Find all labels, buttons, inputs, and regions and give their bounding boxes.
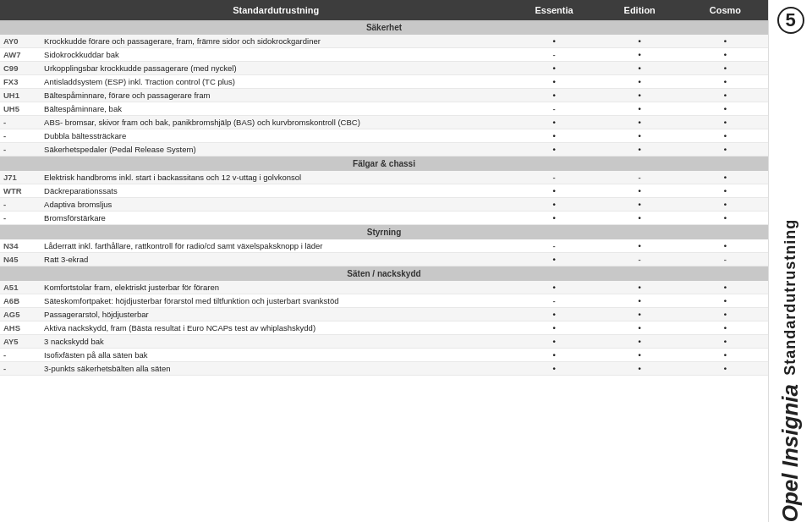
table-row: UH1Bältespåminnare, förare och passagera… [0, 89, 768, 102]
essentia-cell: • [511, 321, 596, 335]
cosmo-cell: • [683, 239, 768, 253]
main-content: Standardutrustning Essentia Edition Cosm… [0, 0, 768, 522]
header-edition: Edition [597, 0, 683, 20]
essentia-cell: - [511, 294, 596, 308]
edition-cell: • [597, 198, 683, 212]
table-row: -Adaptiva bromsljus••• [0, 198, 768, 212]
kod-cell: - [0, 362, 41, 376]
section-header: Säkerhet [0, 20, 768, 35]
table-row: AW7Sidokrockkuddar bak-•• [0, 48, 768, 62]
edition-cell: • [597, 102, 683, 116]
essentia-cell: • [511, 116, 596, 129]
cosmo-cell: • [683, 116, 768, 129]
cosmo-cell: • [683, 308, 768, 321]
sidebar-label: Standardutrustning [782, 47, 799, 376]
table-row: AY53 nackskydd bak••• [0, 335, 768, 349]
kod-cell: N34 [0, 239, 41, 253]
essentia-cell: - [511, 48, 596, 62]
sidebar: 5 Standardutrustning Opel Insignia [768, 0, 812, 522]
cosmo-cell: • [683, 212, 768, 225]
header-kod [0, 0, 41, 20]
edition-cell: • [597, 212, 683, 225]
section-label: Styrning [0, 225, 768, 240]
table-row: C99Urkopplingsbar krockkudde passagerare… [0, 62, 768, 75]
page-number: 5 [777, 7, 804, 34]
cosmo-cell: • [683, 198, 768, 212]
header-title: Standardutrustning [41, 0, 511, 20]
essentia-cell: • [511, 281, 596, 294]
essentia-cell: • [511, 212, 596, 225]
table-row: -Dubbla bältessträckare••• [0, 129, 768, 143]
desc-cell: 3 nackskydd bak [41, 335, 511, 349]
edition-cell: • [597, 129, 683, 143]
edition-cell: • [597, 239, 683, 253]
essentia-cell: - [511, 239, 596, 253]
edition-cell: • [597, 362, 683, 376]
cosmo-cell: • [683, 321, 768, 335]
table-row: A51Komfortstolar fram, elektriskt juster… [0, 281, 768, 294]
section-header: Fälgar & chassi [0, 157, 768, 172]
desc-cell: Bältespåminnare, bak [41, 102, 511, 116]
edition-cell: • [597, 75, 683, 89]
desc-cell: Krockkudde förare och passagerare, fram,… [41, 35, 511, 48]
table-row: N45Ratt 3-ekrad•-- [0, 253, 768, 266]
cosmo-cell: • [683, 349, 768, 362]
kod-cell: AY0 [0, 35, 41, 48]
table-row: FX3Antisladdsystem (ESP) inkl. Traction … [0, 75, 768, 89]
essentia-cell: • [511, 184, 596, 198]
kod-cell: WTR [0, 184, 41, 198]
desc-cell: Elektrisk handbroms inkl. start i backas… [41, 171, 511, 184]
essentia-cell: - [511, 171, 596, 184]
essentia-cell: • [511, 89, 596, 102]
table-row: J71Elektrisk handbroms inkl. start i bac… [0, 171, 768, 184]
table-row: AHSAktiva nackskydd, fram (Bästa resulta… [0, 321, 768, 335]
cosmo-cell: • [683, 362, 768, 376]
desc-cell: Urkopplingsbar krockkudde passagerare (m… [41, 62, 511, 75]
cosmo-cell: • [683, 48, 768, 62]
table-row: UH5Bältespåminnare, bak-•• [0, 102, 768, 116]
cosmo-cell: • [683, 335, 768, 349]
cosmo-cell: • [683, 102, 768, 116]
essentia-cell: • [511, 349, 596, 362]
section-header: Säten / nackskydd [0, 266, 768, 282]
section-header: Styrning [0, 225, 768, 240]
edition-cell: • [597, 48, 683, 62]
edition-cell: • [597, 308, 683, 321]
cosmo-cell: • [683, 89, 768, 102]
desc-cell: Antisladdsystem (ESP) inkl. Traction con… [41, 75, 511, 89]
section-label: Säkerhet [0, 20, 768, 35]
kod-cell: - [0, 143, 41, 157]
cosmo-cell: • [683, 184, 768, 198]
cosmo-cell: • [683, 62, 768, 75]
cosmo-cell: - [683, 253, 768, 266]
desc-cell: Säkerhetspedaler (Pedal Release System) [41, 143, 511, 157]
kod-cell: UH5 [0, 102, 41, 116]
kod-cell: AW7 [0, 48, 41, 62]
kod-cell: N45 [0, 253, 41, 266]
kod-cell: A51 [0, 281, 41, 294]
desc-cell: Låderratt inkl. farthållare, rattkontrol… [41, 239, 511, 253]
essentia-cell: • [511, 35, 596, 48]
kod-cell: AG5 [0, 308, 41, 321]
essentia-cell: • [511, 62, 596, 75]
essentia-cell: • [511, 143, 596, 157]
table-row: AY0Krockkudde förare och passagerare, fr… [0, 35, 768, 48]
kod-cell: - [0, 212, 41, 225]
cosmo-cell: • [683, 294, 768, 308]
edition-cell: • [597, 62, 683, 75]
table-row: A6BSäteskomfortpaket: höjdjusterbar föra… [0, 294, 768, 308]
essentia-cell: • [511, 75, 596, 89]
kod-cell: - [0, 349, 41, 362]
essentia-cell: - [511, 102, 596, 116]
cosmo-cell: • [683, 143, 768, 157]
desc-cell: Passagerarstol, höjdjusterbar [41, 308, 511, 321]
edition-cell: • [597, 116, 683, 129]
essentia-cell: • [511, 335, 596, 349]
edition-cell: • [597, 321, 683, 335]
kod-cell: C99 [0, 62, 41, 75]
cosmo-cell: • [683, 129, 768, 143]
desc-cell: Aktiva nackskydd, fram (Bästa resultat i… [41, 321, 511, 335]
kod-cell: AY5 [0, 335, 41, 349]
essentia-cell: • [511, 308, 596, 321]
cosmo-cell: • [683, 171, 768, 184]
